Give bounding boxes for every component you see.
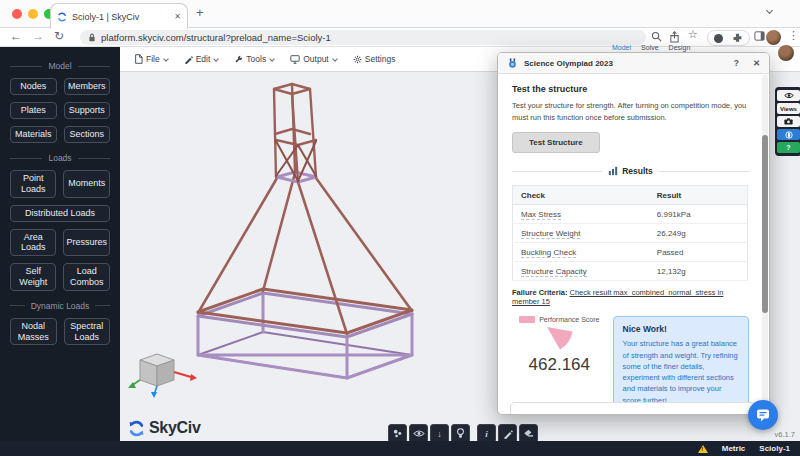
- dialog-close-icon[interactable]: ✕: [753, 58, 760, 68]
- back-icon[interactable]: ←: [10, 29, 22, 43]
- scrollbar-thumb[interactable]: [762, 135, 768, 313]
- mac-close-button[interactable]: [12, 9, 22, 19]
- menu-tools[interactable]: Tools: [234, 54, 274, 64]
- tab-close-icon[interactable]: ✕: [174, 12, 181, 21]
- warning-icon[interactable]: [698, 445, 708, 453]
- bookmark-star-icon[interactable]: ☆: [688, 28, 698, 41]
- browser-tabstrip: Scioly-1 | SkyCiv ✕ +: [0, 0, 800, 28]
- render-mode-button[interactable]: [777, 129, 800, 140]
- dialog-header[interactable]: Science Olympiad 2023 ? ✕: [498, 53, 769, 74]
- eye-icon: [413, 429, 425, 438]
- sidebar-button-spectral-loads[interactable]: Spectral Loads: [64, 318, 111, 346]
- pencil-icon: [184, 55, 193, 64]
- dialog-description: Test your structure for strength. After …: [512, 100, 748, 123]
- forward-icon[interactable]: →: [32, 29, 44, 43]
- chat-support-button[interactable]: [748, 400, 778, 430]
- skyciv-logo-text: SkyCiv: [149, 419, 201, 437]
- side-panel-icon[interactable]: [754, 31, 765, 41]
- units-indicator[interactable]: Metric: [722, 444, 746, 453]
- orientation-cube[interactable]: [128, 354, 197, 398]
- column-header-result: Result: [649, 186, 748, 205]
- help-button[interactable]: ?: [777, 142, 800, 153]
- sidebar-button-plates[interactable]: Plates: [10, 102, 57, 119]
- sidebar-button-nodes[interactable]: Nodes: [10, 78, 57, 95]
- table-row: Buckling Check Passed: [513, 243, 748, 262]
- dialog-title: Science Olympiad 2023: [524, 59, 720, 68]
- skyciv-logo-icon: [128, 420, 145, 437]
- results-table: Check Result Max Stress 6.991kPa Structu…: [512, 185, 748, 281]
- particles-icon: [392, 428, 403, 439]
- nice-work-box: Nice Work! Your structure has a great ba…: [613, 316, 749, 414]
- chevron-down-icon: [269, 56, 275, 62]
- dialog-scrollbar[interactable]: [762, 75, 768, 412]
- project-name[interactable]: Scioly-1: [759, 444, 790, 453]
- sidebar-button-supports[interactable]: Supports: [64, 102, 111, 119]
- score-legend-swatch: [519, 316, 535, 323]
- sidebar-button-members[interactable]: Members: [64, 78, 111, 95]
- screenshot-button[interactable]: [777, 116, 800, 127]
- new-tab-button[interactable]: +: [196, 5, 204, 20]
- menu-settings[interactable]: Settings: [353, 54, 396, 64]
- failure-criteria: Failure Criteria: Check result max_combi…: [512, 288, 752, 306]
- skyciv-logo: SkyCiv: [128, 419, 201, 437]
- table-row: Structure Weight 26.249g: [513, 224, 748, 243]
- search-icon[interactable]: [651, 31, 662, 42]
- sidebar-button-distributed-loads[interactable]: Distributed Loads: [10, 205, 110, 222]
- table-row: Structure Capacity 12,132g: [513, 262, 748, 281]
- sidebar-button-sections[interactable]: Sections: [64, 126, 111, 143]
- monitor-icon: [290, 55, 300, 64]
- menu-edit[interactable]: Edit: [184, 54, 219, 64]
- dialog-heading: Test the structure: [512, 84, 749, 94]
- dialog-help-button[interactable]: ?: [734, 58, 739, 68]
- browser-profile-avatar[interactable]: [766, 30, 781, 45]
- extension-icon[interactable]: [714, 34, 723, 43]
- sidebar-button-area-loads[interactable]: Area Loads: [10, 229, 56, 257]
- puzzle-extensions-icon[interactable]: [732, 33, 743, 44]
- show-hide-button[interactable]: [777, 90, 800, 101]
- bar-chart-icon: [608, 166, 618, 176]
- user-avatar[interactable]: [778, 45, 794, 61]
- next-section-panel: [510, 402, 756, 415]
- column-header-check: Check: [513, 186, 649, 205]
- performance-score-value: 462.164: [529, 355, 590, 375]
- file-icon: [134, 54, 143, 64]
- model-sidebar: Model Nodes Members Plates Supports Mate…: [0, 47, 120, 441]
- check-result: 12,132g: [657, 267, 686, 276]
- sidebar-button-pressures[interactable]: Pressures: [63, 229, 110, 257]
- test-structure-button[interactable]: Test Structure: [512, 132, 600, 153]
- menu-file[interactable]: File: [134, 54, 168, 64]
- check-label[interactable]: Structure Weight: [521, 229, 580, 239]
- browser-menu-icon[interactable]: ⋮: [788, 29, 799, 42]
- nav-design[interactable]: Design: [669, 44, 691, 51]
- status-bar: Metric Scioly-1: [0, 441, 800, 456]
- sidebar-button-point-loads[interactable]: Point Loads: [10, 170, 56, 198]
- views-button[interactable]: Views: [777, 103, 800, 114]
- chevron-down-icon: [214, 56, 220, 62]
- sidebar-button-nodal-masses[interactable]: Nodal Masses: [10, 318, 57, 346]
- chevron-down-icon[interactable]: [766, 7, 773, 14]
- check-label[interactable]: Max Stress: [521, 210, 561, 220]
- sidebar-button-self-weight[interactable]: Self Weight: [10, 263, 56, 291]
- url-text: platform.skyciv.com/structural?preload_n…: [101, 32, 331, 43]
- sidebar-button-materials[interactable]: Materials: [10, 126, 57, 143]
- check-label[interactable]: Structure Capacity: [521, 267, 587, 277]
- check-result: 26.249g: [657, 229, 686, 238]
- share-icon[interactable]: [669, 31, 680, 43]
- info-icon: i: [485, 429, 488, 439]
- sidebar-button-moments[interactable]: Moments: [63, 170, 110, 198]
- menu-output[interactable]: Output: [290, 54, 337, 64]
- app-version: v6.1.7: [775, 430, 795, 439]
- nav-solve[interactable]: Solve: [641, 44, 659, 51]
- browser-tab[interactable]: Scioly-1 | SkyCiv ✕: [50, 3, 188, 29]
- sidebar-button-load-combos[interactable]: Load Combos: [63, 263, 110, 291]
- camera-icon: [784, 118, 793, 125]
- url-bar[interactable]: platform.skyciv.com/structural?preload_n…: [80, 30, 646, 45]
- mac-minimize-button[interactable]: [28, 9, 38, 19]
- nav-model[interactable]: Model: [612, 44, 631, 51]
- view-controls-toolbar: Views ?: [775, 87, 800, 156]
- results-divider: Results: [512, 166, 749, 176]
- check-label[interactable]: Buckling Check: [521, 248, 576, 258]
- lightbulb-icon: [456, 428, 465, 439]
- gear-icon: [353, 55, 362, 64]
- refresh-icon[interactable]: ↻: [54, 29, 64, 43]
